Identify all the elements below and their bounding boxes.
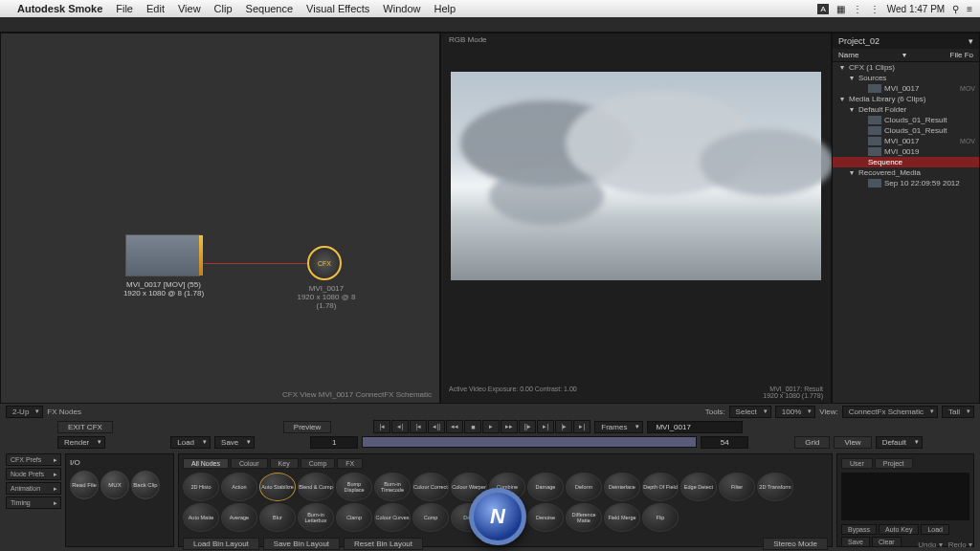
mux-node[interactable]: MUX [100, 471, 129, 499]
node-bump-displace[interactable]: Bump Displace [336, 473, 372, 501]
tall-select[interactable]: Tall [942, 406, 974, 418]
tree-item[interactable]: MVI_0019 [833, 146, 979, 157]
node-depth-of-field[interactable]: Depth Of Field [642, 473, 679, 501]
tab-user[interactable]: User [841, 458, 873, 469]
node-edge-detect[interactable]: Edge Detect [680, 473, 717, 501]
next-kf-button[interactable]: |▸ [555, 420, 572, 433]
node-2d-transform[interactable]: 2D Transform [757, 473, 793, 501]
play-fwd-button[interactable]: ▸▸ [501, 420, 518, 433]
prev-kf-button[interactable]: ◂| [391, 420, 409, 433]
clock[interactable]: Wed 1:47 PM [887, 4, 945, 14]
tab-comp[interactable]: Comp [301, 458, 336, 469]
node-clamp[interactable]: Clamp [336, 503, 372, 532]
user-clear-button[interactable]: Clear [872, 537, 902, 547]
wifi-icon[interactable]: ⋮ [853, 4, 862, 14]
go-start-button[interactable]: |◂ [373, 420, 390, 433]
frame-fwd-button[interactable]: ||▸ [519, 420, 536, 433]
cfx-node[interactable]: CFX [307, 246, 342, 280]
node-colour-correct[interactable]: Colour Correct [412, 473, 449, 501]
adobe-icon[interactable]: A [817, 4, 828, 14]
col-file[interactable]: File Fo [950, 51, 973, 59]
stereo-mode-button[interactable]: Stereo Mode [763, 538, 828, 550]
fx-nodes-toggle[interactable]: FX Nodes [47, 408, 81, 416]
menu-file[interactable]: File [116, 3, 133, 14]
tab-colour[interactable]: Colour [231, 458, 268, 469]
play-button[interactable]: ▸ [482, 420, 500, 433]
tree-item[interactable]: ▾Default Folder [833, 104, 979, 115]
tab-project[interactable]: Project [875, 458, 913, 469]
node-filter[interactable]: Filter [719, 473, 755, 501]
source-node-thumb[interactable] [125, 234, 200, 276]
save-dropdown[interactable]: Save [214, 436, 255, 449]
tree-item[interactable]: Sequence [833, 157, 979, 167]
menu-sequence[interactable]: Sequence [246, 3, 294, 14]
node-2d-histo[interactable]: 2D Histo [183, 473, 219, 501]
cfx-prefs-button[interactable]: CFX Prefs [6, 453, 61, 466]
menu-help[interactable]: Help [434, 3, 456, 14]
tree-item[interactable]: MVI_0017MOV [833, 136, 979, 146]
step-back-button[interactable]: |◂ [410, 420, 427, 433]
node-burn-in-letterbox[interactable]: Burn-in Letterbox [298, 503, 334, 532]
bypass-button[interactable]: Bypass [841, 524, 877, 535]
user-save-button[interactable]: Save [841, 537, 870, 547]
node-comp[interactable]: Comp [412, 503, 449, 532]
tab-fx[interactable]: FX [337, 458, 363, 469]
load-dropdown[interactable]: Load [170, 436, 211, 449]
view-button[interactable]: View [834, 436, 871, 449]
redo-button[interactable]: Redo ▾ [948, 540, 972, 549]
start-frame[interactable]: 1 [310, 436, 358, 449]
user-load-button[interactable]: Load [921, 524, 949, 535]
schematic-panel[interactable]: MVI_0017 [MOV] (55) 1920 x 1080 @ 8 (1.7… [0, 33, 440, 404]
node-blend-comp[interactable]: Blend & Comp [298, 473, 334, 501]
tree-item[interactable]: Clouds_01_Result [833, 115, 979, 125]
status-icon[interactable]: ▦ [836, 4, 845, 14]
timeline-bar[interactable] [362, 436, 697, 448]
node-blur[interactable]: Blur [259, 503, 296, 532]
node-field-merge[interactable]: Field Merge [604, 503, 640, 532]
menu-edit[interactable]: Edit [146, 3, 165, 14]
load-bin-button[interactable]: Load Bin Layout [183, 538, 259, 550]
menu-vfx[interactable]: Visual Effects [306, 3, 369, 14]
go-end-button[interactable]: ▸| [573, 420, 590, 433]
autokey-button[interactable]: Auto Key [879, 524, 919, 535]
tab-all-nodes[interactable]: All Nodes [183, 458, 229, 469]
tree-item[interactable]: Sep 10 22:09:59 2012 [833, 178, 979, 188]
list-icon[interactable]: ≡ [967, 4, 972, 14]
tree-item[interactable]: ▾Sources [833, 73, 979, 83]
reset-bin-button[interactable]: Reset Bin Layout [344, 538, 423, 550]
tree-item[interactable]: ▾Media Library (6 Clips) [833, 94, 979, 104]
save-bin-button[interactable]: Save Bin Layout [263, 538, 340, 550]
node-average[interactable]: Average [221, 503, 257, 532]
bt-icon[interactable]: ⋮ [870, 4, 880, 14]
default-dropdown[interactable]: Default [876, 436, 923, 449]
node-difference-matte[interactable]: Difference Matte [566, 503, 602, 532]
timing-button[interactable]: Timing [6, 496, 61, 509]
step-fwd-button[interactable]: ▸| [537, 420, 554, 433]
grid-button[interactable]: Grid [794, 436, 830, 449]
undo-button[interactable]: Undo ▾ [918, 540, 942, 549]
node-action[interactable]: Action [221, 473, 257, 501]
col-sort-icon[interactable]: ▾ [902, 51, 906, 59]
app-name[interactable]: Autodesk Smoke [17, 3, 102, 14]
exit-cfx-button[interactable]: EXIT CFX [57, 421, 113, 433]
tools-select[interactable]: Select [729, 406, 771, 418]
tree-item[interactable]: Clouds_01_Result [833, 125, 979, 136]
node-burn-in-timecode[interactable]: Burn-in Timecode [374, 473, 411, 501]
end-frame[interactable]: 54 [701, 436, 748, 449]
animation-button[interactable]: Animation [6, 482, 61, 495]
frames-dropdown[interactable]: Frames [594, 421, 643, 433]
node-deform[interactable]: Deform [566, 473, 602, 501]
menu-clip[interactable]: Clip [214, 3, 233, 14]
col-name[interactable]: Name [838, 51, 858, 59]
tab-key[interactable]: Key [270, 458, 299, 469]
node-damage[interactable]: Damage [527, 473, 564, 501]
viewer-panel[interactable]: RGB Mode Active Video Exposure: 0.00 Con… [440, 33, 832, 404]
project-panel[interactable]: Project_02▾ Name▾File Fo ▾CFX (1 Clips)▾… [832, 33, 980, 404]
layout-2up[interactable]: 2-Up [6, 406, 43, 418]
menu-view[interactable]: View [178, 3, 201, 14]
node-auto-matte[interactable]: Auto Matte [183, 503, 219, 532]
frame-back-button[interactable]: ◂|| [428, 420, 445, 433]
play-back-button[interactable]: ◂◂ [446, 420, 463, 433]
node-prefs-button[interactable]: Node Prefs [6, 468, 61, 480]
project-menu-icon[interactable]: ▾ [969, 36, 973, 46]
